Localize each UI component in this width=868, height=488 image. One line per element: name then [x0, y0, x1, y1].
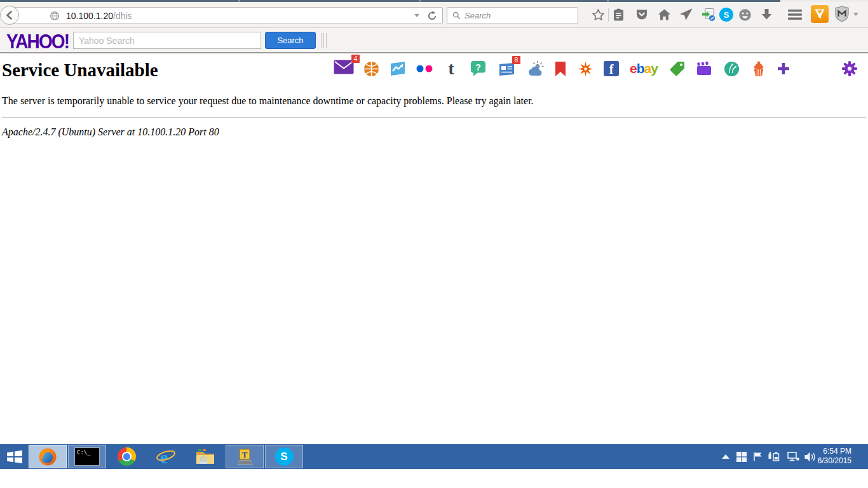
reload-button[interactable] — [427, 11, 437, 21]
pocket-button[interactable] — [634, 7, 649, 22]
tray-power[interactable] — [766, 444, 782, 469]
network-icon — [787, 451, 799, 462]
tray-action-center[interactable] — [735, 444, 749, 469]
home-icon — [658, 8, 671, 21]
server-signature: Apache/2.4.7 (Ubuntu) Server at 10.100.1… — [2, 126, 868, 138]
file-explorer-icon — [195, 448, 215, 466]
export-extension-button[interactable] — [701, 7, 716, 22]
tray-show-hidden-icons[interactable] — [721, 444, 731, 469]
taskbar-firefox-button[interactable] — [29, 445, 67, 468]
page-title: Service Unavailable — [2, 60, 868, 81]
yahoo-search-button[interactable]: Search — [265, 32, 316, 49]
siteadvisor-button[interactable] — [834, 5, 850, 23]
skype-extension-button[interactable]: S — [719, 7, 734, 22]
chrome-icon — [118, 447, 136, 466]
reading-list-button[interactable] — [611, 7, 626, 22]
browser-search-bar[interactable] — [447, 7, 578, 24]
windows-flag-icon — [736, 451, 747, 463]
cmd-text: C:\_ — [77, 449, 91, 456]
start-button[interactable] — [3, 444, 27, 469]
firefox-icon — [38, 447, 57, 466]
v-extension-button[interactable] — [811, 5, 829, 23]
clock-date: 6/30/2015 — [818, 456, 851, 466]
toolbar-divider — [608, 8, 609, 22]
export-document-icon — [702, 8, 715, 22]
taskbar-cmd-button[interactable]: C:\_ — [68, 445, 106, 468]
skype-icon: S — [275, 447, 294, 466]
back-arrow-icon — [4, 10, 15, 21]
speaker-icon — [804, 451, 817, 463]
tray-clock[interactable]: 6:54 PM 6/30/2015 — [818, 447, 851, 466]
v-shield-icon — [813, 8, 826, 20]
home-button[interactable] — [656, 7, 672, 22]
bookmark-star-button[interactable] — [590, 7, 606, 22]
ie-letter: e — [160, 447, 168, 466]
taskbar: C:\_ e — [0, 444, 868, 469]
download-arrow-icon — [761, 8, 773, 21]
internet-explorer-icon: e — [156, 447, 176, 466]
tightvnc-letter: T — [242, 450, 248, 459]
emoji-extension-button[interactable] — [737, 7, 752, 22]
taskbar-tightvnc-button[interactable]: T — [226, 445, 264, 468]
paper-plane-icon — [680, 8, 693, 21]
yahoo-logo[interactable]: YAHOO! — [6, 30, 69, 53]
menu-button[interactable] — [785, 7, 804, 22]
url-bar[interactable]: 10.100.1.20/dhis — [10, 7, 443, 24]
url-path: /dhis — [113, 11, 132, 21]
url-dropdown-caret[interactable] — [414, 14, 419, 17]
flag-icon — [752, 451, 763, 462]
pocket-icon — [635, 8, 648, 21]
power-plug-battery-icon — [768, 451, 780, 462]
browser-navbar: 10.100.1.20/dhis — [0, 2, 868, 28]
shield-m-icon — [834, 6, 850, 22]
taskbar-skype-button[interactable]: S — [265, 445, 303, 468]
downloads-button[interactable] — [759, 7, 774, 22]
taskbar-explorer-button[interactable] — [186, 445, 224, 468]
skype-letter: S — [280, 451, 287, 463]
command-prompt-icon: C:\_ — [74, 447, 100, 466]
url-host: 10.100.1.20 — [66, 11, 113, 21]
yahoo-search-input[interactable] — [73, 32, 261, 49]
skype-icon: S — [719, 8, 733, 22]
taskbar-ie-button[interactable]: e — [147, 445, 185, 468]
search-input[interactable] — [465, 9, 578, 22]
skype-letter: S — [724, 10, 729, 20]
search-icon — [452, 11, 461, 20]
error-message: The server is temporarily unable to serv… — [2, 95, 868, 107]
reload-icon — [427, 11, 437, 21]
tray-language-flag[interactable] — [751, 444, 764, 469]
tightvnc-icon: T — [234, 447, 255, 466]
site-identity-globe-icon[interactable] — [50, 11, 60, 21]
siteadvisor-caret[interactable] — [853, 13, 858, 16]
screen: 10.100.1.20/dhis — [0, 0, 868, 488]
star-icon — [592, 8, 605, 22]
yahoo-toolbar: YAHOO! Search 4 — [0, 28, 868, 53]
hamburger-icon — [787, 9, 803, 20]
caret-up-icon — [722, 454, 729, 459]
back-button[interactable] — [0, 6, 19, 25]
taskbar-chrome-button[interactable] — [107, 445, 146, 468]
toolbar-grip[interactable] — [321, 33, 327, 48]
divider — [2, 118, 866, 118]
windows-logo-icon — [6, 449, 24, 465]
url-text[interactable]: 10.100.1.20/dhis — [66, 11, 132, 21]
tray-network[interactable] — [785, 444, 801, 469]
page-content: Service Unavailable The server is tempor… — [0, 55, 868, 138]
clock-time: 6:54 PM — [818, 447, 851, 456]
tray-volume[interactable] — [802, 444, 818, 469]
share-button[interactable] — [679, 7, 694, 22]
smiley-icon — [738, 8, 752, 22]
clipboard-icon — [613, 8, 625, 22]
